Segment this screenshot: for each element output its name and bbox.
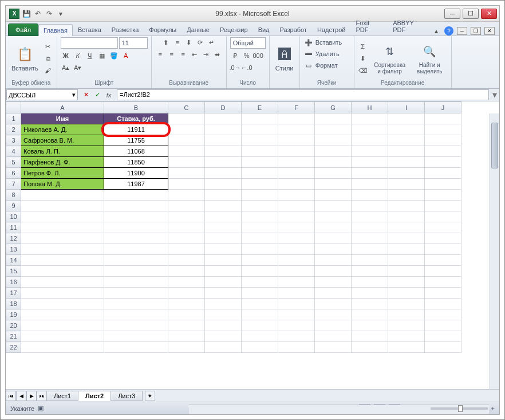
cell-C22[interactable] bbox=[168, 342, 205, 353]
insert-cells-icon[interactable]: ➕ bbox=[303, 37, 314, 48]
cell-A13[interactable] bbox=[21, 244, 104, 255]
cell-C15[interactable] bbox=[168, 266, 205, 277]
cell-D17[interactable] bbox=[205, 288, 242, 299]
cell-F5[interactable] bbox=[278, 157, 315, 168]
help-icon[interactable]: ? bbox=[444, 26, 453, 36]
cell-J12[interactable] bbox=[425, 233, 461, 244]
cell-I21[interactable] bbox=[388, 331, 425, 342]
row-header-8[interactable]: 8 bbox=[6, 190, 21, 201]
tab-data[interactable]: Данные bbox=[182, 23, 215, 36]
formula-input[interactable]: =Лист2!B2 bbox=[117, 89, 489, 100]
cell-A3[interactable]: Сафронова В. М. bbox=[21, 135, 104, 146]
cell-H5[interactable] bbox=[352, 157, 388, 168]
sheet-tab-Лист3[interactable]: Лист3 bbox=[111, 391, 143, 401]
clear-icon[interactable]: ⌫ bbox=[358, 65, 368, 76]
cell-E19[interactable] bbox=[242, 309, 278, 320]
cell-A9[interactable] bbox=[21, 201, 104, 211]
sheet-nav-last-icon[interactable]: ⏭ bbox=[37, 391, 47, 401]
formula-expand-icon[interactable]: ▾ bbox=[490, 89, 499, 101]
cell-C2[interactable] bbox=[168, 124, 205, 135]
cell-J9[interactable] bbox=[425, 201, 461, 211]
cell-J14[interactable] bbox=[425, 255, 461, 266]
cell-E14[interactable] bbox=[242, 255, 278, 266]
qat-dropdown-icon[interactable]: ▾ bbox=[56, 9, 65, 18]
cell-J10[interactable] bbox=[425, 211, 461, 222]
cell-C14[interactable] bbox=[168, 255, 205, 266]
cell-I12[interactable] bbox=[388, 233, 425, 244]
cell-J5[interactable] bbox=[425, 157, 461, 168]
column-header-J[interactable]: J bbox=[425, 102, 461, 113]
cell-H12[interactable] bbox=[352, 233, 388, 244]
cell-C19[interactable] bbox=[168, 309, 205, 320]
cell-A20[interactable] bbox=[21, 320, 104, 331]
cell-J17[interactable] bbox=[425, 288, 461, 299]
cell-D11[interactable] bbox=[205, 222, 242, 233]
cell-E2[interactable] bbox=[242, 124, 278, 135]
cell-C21[interactable] bbox=[168, 331, 205, 342]
cell-H21[interactable] bbox=[352, 331, 388, 342]
cell-G17[interactable] bbox=[315, 288, 352, 299]
bold-icon[interactable]: Ж bbox=[61, 50, 71, 61]
cell-C9[interactable] bbox=[168, 201, 205, 211]
cell-F21[interactable] bbox=[278, 331, 315, 342]
cell-D10[interactable] bbox=[205, 211, 242, 222]
cell-E13[interactable] bbox=[242, 244, 278, 255]
cell-G1[interactable] bbox=[315, 113, 352, 124]
cell-F3[interactable] bbox=[278, 135, 315, 146]
cell-C5[interactable] bbox=[168, 157, 205, 168]
row-header-22[interactable]: 22 bbox=[6, 342, 21, 353]
cell-I6[interactable] bbox=[388, 168, 425, 179]
column-header-C[interactable]: C bbox=[168, 102, 205, 113]
cell-B1[interactable]: Ставка, руб. bbox=[104, 113, 168, 124]
cell-J6[interactable] bbox=[425, 168, 461, 179]
cell-A14[interactable] bbox=[21, 255, 104, 266]
cell-F14[interactable] bbox=[278, 255, 315, 266]
row-header-13[interactable]: 13 bbox=[6, 244, 21, 255]
cell-B8[interactable] bbox=[104, 190, 168, 201]
mdi-restore-button[interactable]: ❐ bbox=[471, 27, 481, 35]
font-size-combo[interactable]: 11 bbox=[119, 37, 148, 49]
cell-E1[interactable] bbox=[242, 113, 278, 124]
zoom-slider[interactable] bbox=[431, 407, 488, 410]
cell-I8[interactable] bbox=[388, 190, 425, 201]
cell-C10[interactable] bbox=[168, 211, 205, 222]
cell-F12[interactable] bbox=[278, 233, 315, 244]
cell-B10[interactable] bbox=[104, 211, 168, 222]
column-header-A[interactable]: A bbox=[21, 102, 104, 113]
italic-icon[interactable]: К bbox=[73, 50, 83, 61]
worksheet-grid[interactable]: ABCDEFGHIJ1ИмяСтавка, руб.2Николаев А. Д… bbox=[6, 101, 499, 389]
fill-icon[interactable]: ⬇ bbox=[358, 53, 368, 64]
align-center-icon[interactable]: ≡ bbox=[167, 49, 177, 60]
cell-F13[interactable] bbox=[278, 244, 315, 255]
cell-D3[interactable] bbox=[205, 135, 242, 146]
cell-J8[interactable] bbox=[425, 190, 461, 201]
cell-A21[interactable] bbox=[21, 331, 104, 342]
cell-D14[interactable] bbox=[205, 255, 242, 266]
cell-F8[interactable] bbox=[278, 190, 315, 201]
cell-I17[interactable] bbox=[388, 288, 425, 299]
cell-J13[interactable] bbox=[425, 244, 461, 255]
cell-H6[interactable] bbox=[352, 168, 388, 179]
fx-icon[interactable]: fx bbox=[104, 92, 114, 99]
cell-G20[interactable] bbox=[315, 320, 352, 331]
column-header-I[interactable]: I bbox=[388, 102, 425, 113]
delete-cells-icon[interactable]: ➖ bbox=[303, 49, 314, 59]
file-tab[interactable]: Файл bbox=[8, 23, 38, 36]
merge-icon[interactable]: ⬌ bbox=[212, 49, 223, 60]
cell-E4[interactable] bbox=[242, 146, 278, 157]
cell-A15[interactable] bbox=[21, 266, 104, 277]
close-button[interactable]: ✕ bbox=[481, 9, 497, 19]
cell-D21[interactable] bbox=[205, 331, 242, 342]
cell-A22[interactable] bbox=[21, 342, 104, 353]
cell-C12[interactable] bbox=[168, 233, 205, 244]
cell-D22[interactable] bbox=[205, 342, 242, 353]
cell-A7[interactable]: Попова М. Д. bbox=[21, 179, 104, 190]
name-box[interactable]: ДВССЫЛ ▾ bbox=[6, 89, 78, 100]
row-header-4[interactable]: 4 bbox=[6, 146, 21, 157]
cell-D5[interactable] bbox=[205, 157, 242, 168]
cell-B3[interactable]: 11755 bbox=[104, 135, 168, 146]
cell-A4[interactable]: Коваль Л. П. bbox=[21, 146, 104, 157]
row-header-12[interactable]: 12 bbox=[6, 233, 21, 244]
fill-color-icon[interactable]: 🪣 bbox=[109, 50, 119, 61]
cell-D20[interactable] bbox=[205, 320, 242, 331]
